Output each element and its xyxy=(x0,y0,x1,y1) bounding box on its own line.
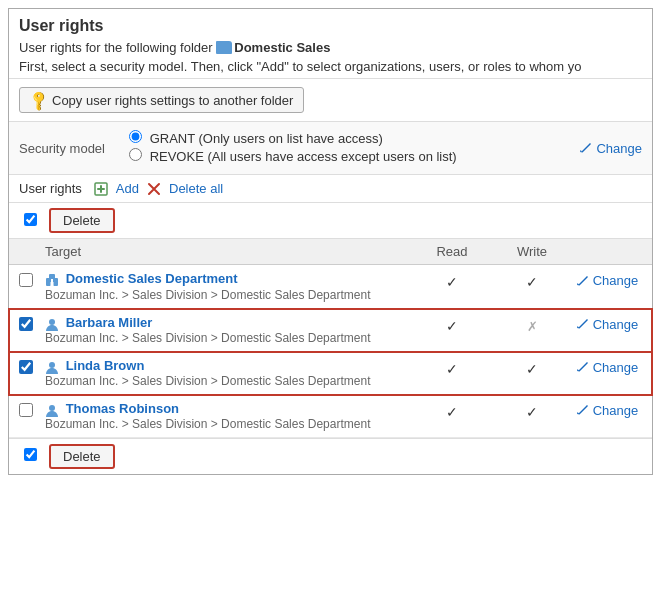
svg-point-7 xyxy=(49,405,55,411)
row1-read: ✓ xyxy=(412,271,492,291)
row1-edit-icon xyxy=(576,274,590,288)
svg-point-6 xyxy=(49,362,55,368)
row1-change-link[interactable]: Change xyxy=(576,273,639,288)
folder-name: Domestic Sales xyxy=(234,40,330,55)
user-rights-label: User rights xyxy=(19,181,82,196)
security-model-label: Security model xyxy=(19,141,129,156)
top-select-all-cell xyxy=(19,213,41,229)
row2-change-link[interactable]: Change xyxy=(576,317,639,332)
table-row: Domestic Sales Department Bozuman Inc. >… xyxy=(9,265,652,309)
table-header: Target Read Write xyxy=(9,239,652,265)
select-all-checkbox-top[interactable] xyxy=(24,213,37,226)
row4-change-link[interactable]: Change xyxy=(576,403,639,418)
copy-user-rights-button[interactable]: 🔑 Copy user rights settings to another f… xyxy=(19,87,304,113)
revoke-option[interactable]: REVOKE (All users have access except use… xyxy=(129,148,579,164)
table-body: Domestic Sales Department Bozuman Inc. >… xyxy=(9,265,652,438)
top-delete-bar: Delete xyxy=(9,203,652,239)
copy-button-row: 🔑 Copy user rights settings to another f… xyxy=(9,79,652,122)
copy-button-label: Copy user rights settings to another fol… xyxy=(52,93,293,108)
row2-action: Change xyxy=(572,315,642,335)
svg-rect-3 xyxy=(53,278,58,286)
intro-text: First, select a security model. Then, cl… xyxy=(19,59,642,74)
svg-point-5 xyxy=(49,319,55,325)
table-row: Thomas Robinson Bozuman Inc. > Sales Div… xyxy=(9,395,652,438)
row1-name[interactable]: Domestic Sales Department xyxy=(66,271,238,286)
header-write: Write xyxy=(492,244,572,259)
row4-action: Change xyxy=(572,401,642,421)
row4-write: ✓ xyxy=(492,401,572,421)
bottom-delete-bar: Delete xyxy=(9,438,652,474)
row2-target: Barbara Miller Bozuman Inc. > Sales Divi… xyxy=(41,315,412,345)
row1-target: Domestic Sales Department Bozuman Inc. >… xyxy=(41,271,412,302)
folder-description: User rights for the following folder Dom… xyxy=(19,39,642,55)
row4-target: Thomas Robinson Bozuman Inc. > Sales Div… xyxy=(41,401,412,431)
key-icon: 🔑 xyxy=(27,88,50,111)
row3-path: Bozuman Inc. > Sales Division > Domestic… xyxy=(45,374,412,388)
row1-write: ✓ xyxy=(492,271,572,291)
user-icon xyxy=(45,360,59,374)
select-all-checkbox-bottom[interactable] xyxy=(24,448,37,461)
row2-read: ✓ xyxy=(412,315,492,335)
user-icon xyxy=(45,317,59,331)
svg-rect-4 xyxy=(51,282,54,286)
revoke-radio[interactable] xyxy=(129,148,142,161)
grant-label: GRANT (Only users on list have access) xyxy=(150,131,383,146)
security-model-section: Security model GRANT (Only users on list… xyxy=(9,122,652,175)
bottom-select-all-cell xyxy=(19,448,41,464)
row3-checkbox[interactable] xyxy=(19,360,33,374)
bottom-delete-button[interactable]: Delete xyxy=(49,444,115,469)
row2-path: Bozuman Inc. > Sales Division > Domestic… xyxy=(45,331,412,345)
security-model-change-link[interactable]: Change xyxy=(579,141,642,156)
revoke-label: REVOKE (All users have access except use… xyxy=(150,149,457,164)
delete-all-link[interactable]: Delete all xyxy=(169,181,223,196)
org-icon xyxy=(45,271,66,286)
row3-change-link[interactable]: Change xyxy=(576,360,639,375)
add-icon xyxy=(94,182,108,196)
row2-name[interactable]: Barbara Miller xyxy=(66,315,153,330)
row2-checkbox[interactable] xyxy=(19,317,33,331)
add-link[interactable]: Add xyxy=(116,181,139,196)
user-icon xyxy=(45,403,59,417)
row1-action: Change xyxy=(572,271,642,291)
security-model-options: GRANT (Only users on list have access) R… xyxy=(129,130,579,166)
row3-edit-icon xyxy=(576,360,590,374)
header-read: Read xyxy=(412,244,492,259)
row2-edit-icon xyxy=(576,317,590,331)
table-row: Linda Brown Bozuman Inc. > Sales Divisio… xyxy=(9,352,652,395)
row3-name[interactable]: Linda Brown xyxy=(66,358,145,373)
row1-checkbox[interactable] xyxy=(19,273,33,287)
row3-read: ✓ xyxy=(412,358,492,378)
row4-path: Bozuman Inc. > Sales Division > Domestic… xyxy=(45,417,412,431)
row4-read: ✓ xyxy=(412,401,492,421)
top-delete-button[interactable]: Delete xyxy=(49,208,115,233)
svg-rect-1 xyxy=(46,278,51,286)
row4-checkbox[interactable] xyxy=(19,403,33,417)
header-target: Target xyxy=(41,244,412,259)
grant-option[interactable]: GRANT (Only users on list have access) xyxy=(129,130,579,146)
delete-all-icon xyxy=(147,182,161,196)
row4-edit-icon xyxy=(576,403,590,417)
row1-path: Bozuman Inc. > Sales Division > Domestic… xyxy=(45,288,412,302)
row3-target: Linda Brown Bozuman Inc. > Sales Divisio… xyxy=(41,358,412,388)
table-row: Barbara Miller Bozuman Inc. > Sales Divi… xyxy=(9,309,652,352)
row2-check-cell xyxy=(19,315,41,334)
row3-write: ✓ xyxy=(492,358,572,378)
page-header: User rights User rights for the followin… xyxy=(9,9,652,79)
row2-write: ✗ xyxy=(492,315,572,335)
page-title: User rights xyxy=(19,17,642,35)
user-rights-toolbar: User rights Add Delete all xyxy=(9,175,652,203)
row3-action: Change xyxy=(572,358,642,378)
row4-check-cell xyxy=(19,401,41,420)
row1-check-cell xyxy=(19,271,41,290)
folder-icon xyxy=(216,41,232,54)
row3-check-cell xyxy=(19,358,41,377)
edit-icon xyxy=(579,141,593,155)
row4-name[interactable]: Thomas Robinson xyxy=(66,401,179,416)
grant-radio[interactable] xyxy=(129,130,142,143)
